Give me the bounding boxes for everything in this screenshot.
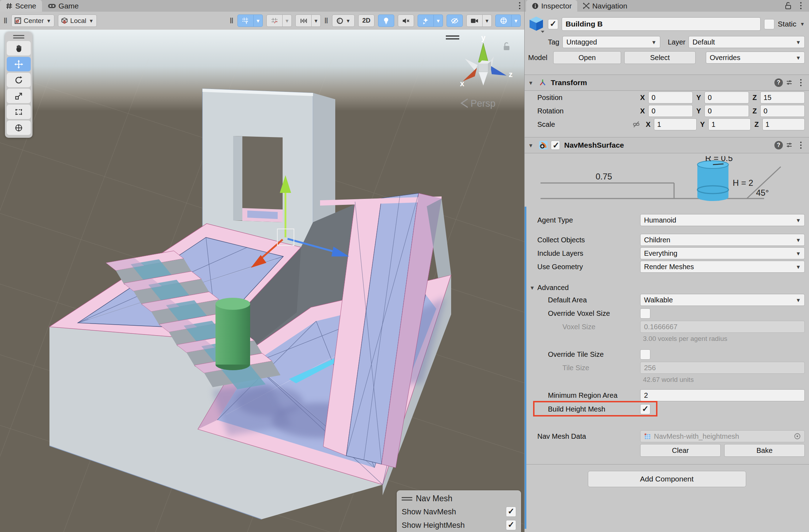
nav-mesh-data-field[interactable]: NavMesh-with_heightmesh (640, 430, 805, 442)
component-menu-icon[interactable] (796, 79, 805, 86)
link-broken-icon[interactable] (632, 120, 640, 128)
axis-x-label[interactable]: X (646, 120, 650, 129)
scene-tab-menu-icon[interactable] (515, 2, 524, 9)
layer-dropdown[interactable]: Default▼ (689, 36, 805, 48)
axis-x-label[interactable]: X (640, 107, 645, 115)
snap-increment-toggle[interactable] (295, 14, 312, 27)
advanced-label[interactable]: Advanced (537, 284, 569, 292)
override-voxel-size-checkbox[interactable] (640, 308, 650, 319)
component-menu-icon[interactable] (796, 142, 805, 149)
position-z-field[interactable]: 15 (760, 91, 805, 104)
camera-view-toggle[interactable] (466, 14, 483, 27)
axis-y-label[interactable]: Y (700, 120, 705, 129)
inspector-menu-icon[interactable] (796, 2, 805, 9)
axis-y-label[interactable]: Y (696, 94, 701, 102)
add-component-button[interactable]: Add Component (588, 471, 746, 487)
build-height-mesh-checkbox[interactable] (640, 404, 650, 414)
grid-snap-toggle[interactable]: Y (237, 14, 254, 27)
toolbar-drag-handle[interactable]: ‖ (4, 16, 8, 25)
model-select-button[interactable]: Select (624, 51, 696, 64)
rotation-z-field[interactable]: 0 (760, 105, 805, 117)
rect-tool[interactable] (7, 105, 31, 119)
show-heightmesh-checkbox[interactable] (506, 520, 516, 530)
tool-palette-overlay (5, 32, 33, 138)
tag-dropdown[interactable]: Untagged▼ (562, 36, 660, 48)
gizmos-toggle[interactable] (495, 14, 512, 27)
clear-button[interactable]: Clear (640, 444, 721, 457)
help-icon[interactable]: ? (774, 78, 783, 87)
position-x-field[interactable]: 0 (648, 91, 693, 104)
toolbar-drag-handle[interactable]: ‖ (230, 16, 234, 25)
overrides-dropdown[interactable]: Overrides▼ (706, 52, 805, 64)
presets-icon[interactable] (786, 79, 793, 86)
gameobject-name-field[interactable]: Building B (562, 17, 761, 31)
camera-options[interactable]: ▼ (483, 14, 492, 27)
navmesh-overlay-grip[interactable] (402, 497, 412, 501)
tab-game[interactable]: Game (42, 0, 84, 12)
audio-toggle[interactable] (398, 14, 414, 27)
include-layers-dropdown[interactable]: Everything▼ (640, 247, 805, 259)
transform-header[interactable]: ▼ Transform ? (525, 75, 809, 91)
component-enabled-checkbox[interactable] (551, 141, 560, 150)
advanced-foldout-icon[interactable]: ▼ (530, 285, 537, 291)
position-y-field[interactable]: 0 (704, 91, 749, 104)
object-picker-icon[interactable] (794, 433, 801, 440)
scale-y-field[interactable]: 1 (708, 118, 751, 130)
model-open-button[interactable]: Open (553, 51, 621, 64)
transform-tool[interactable] (7, 120, 31, 135)
gameobject-active-checkbox[interactable] (548, 19, 558, 29)
rotate-tool[interactable] (7, 73, 31, 87)
grid-options[interactable]: ▼ (283, 14, 292, 27)
pivot-mode-dropdown[interactable]: Center ▼ (11, 14, 54, 27)
override-tile-size-checkbox[interactable] (640, 349, 650, 360)
foldout-icon[interactable]: ▼ (528, 142, 536, 148)
snap-options[interactable]: ▼ (312, 14, 321, 27)
rotation-y-field[interactable]: 0 (704, 105, 749, 117)
tool-palette-grip[interactable] (7, 34, 31, 40)
gizmo-x-label[interactable]: x (460, 79, 465, 88)
axis-z-label[interactable]: Z (754, 120, 758, 129)
show-navmesh-checkbox[interactable] (506, 507, 516, 517)
scale-x-field[interactable]: 1 (654, 118, 696, 130)
minimum-region-area-field[interactable]: 2 (640, 389, 805, 401)
scene-viewport[interactable]: y z x Persp (0, 30, 524, 532)
effects-toggle[interactable] (418, 14, 434, 27)
navmeshsurface-header[interactable]: ▼ NavMeshSurface ? (525, 137, 809, 153)
prefab-cube-icon[interactable] (528, 15, 544, 33)
orientation-dropdown[interactable]: Local ▼ (58, 14, 97, 27)
lighting-toggle[interactable] (378, 14, 394, 27)
2d-toggle[interactable]: 2D (358, 14, 374, 27)
shading-mode-dropdown[interactable]: ▼ (332, 14, 355, 27)
help-icon[interactable]: ? (774, 141, 783, 149)
tab-scene[interactable]: Scene (0, 0, 42, 12)
foldout-icon[interactable]: ▼ (528, 80, 536, 86)
collect-objects-dropdown[interactable]: Children▼ (640, 234, 805, 246)
axis-y-label[interactable]: Y (696, 107, 701, 115)
lock-icon[interactable] (785, 2, 791, 10)
gizmos-options[interactable]: ▼ (512, 14, 521, 27)
gizmo-y-label[interactable]: y (481, 33, 486, 42)
agent-type-dropdown[interactable]: Humanoid▼ (640, 214, 805, 226)
bake-button[interactable]: Bake (724, 444, 805, 457)
grid-snap-options[interactable]: ▼ (254, 14, 263, 27)
scene-visibility-toggle[interactable] (447, 14, 463, 27)
view-hand-tool[interactable] (7, 41, 31, 55)
presets-icon[interactable] (786, 142, 793, 149)
toolbar-drag-handle[interactable]: ‖ (324, 16, 329, 25)
static-checkbox[interactable] (764, 19, 774, 29)
gizmo-z-label[interactable]: z (509, 70, 513, 79)
rotation-x-field[interactable]: 0 (648, 105, 693, 117)
use-geometry-dropdown[interactable]: Render Meshes▼ (640, 261, 805, 273)
axis-x-label[interactable]: X (640, 94, 645, 102)
axis-z-label[interactable]: Z (752, 107, 757, 115)
default-area-dropdown[interactable]: Walkable▼ (640, 294, 805, 306)
effects-options[interactable]: ▼ (434, 14, 443, 27)
move-tool[interactable] (7, 57, 31, 71)
tab-inspector[interactable]: Inspector (526, 0, 577, 12)
scale-z-field[interactable]: 1 (762, 118, 805, 130)
static-options-icon[interactable]: ▼ (800, 21, 805, 27)
axis-z-label[interactable]: Z (752, 94, 757, 102)
tab-navigation[interactable]: Navigation (577, 0, 633, 12)
scale-tool[interactable] (7, 89, 31, 103)
grid-visibility-toggle[interactable] (266, 14, 283, 27)
